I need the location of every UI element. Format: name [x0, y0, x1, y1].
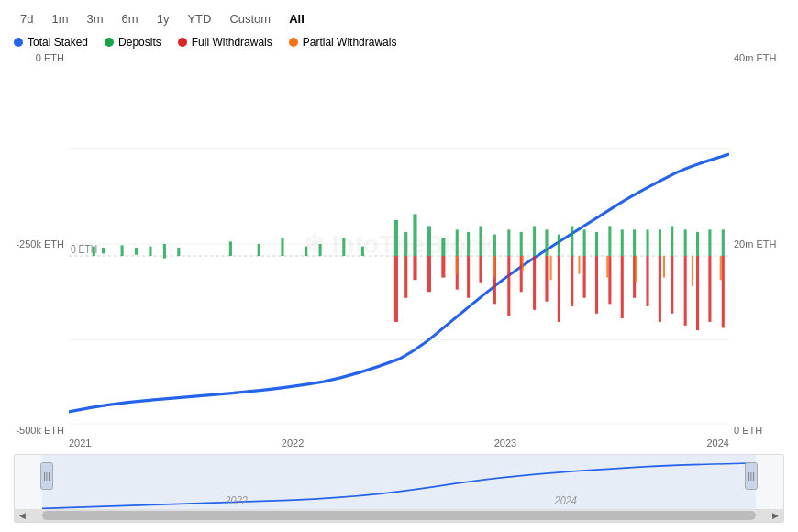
legend-dot-total-staked [14, 38, 23, 47]
scroll-handle-right[interactable]: ||| [745, 462, 758, 490]
legend-dot-partial-withdrawals [289, 38, 298, 47]
svg-rect-7 [102, 248, 105, 254]
time-btn-7d[interactable]: 7d [14, 9, 39, 28]
svg-rect-9 [135, 248, 138, 255]
svg-rect-59 [545, 256, 548, 302]
svg-rect-34 [571, 226, 573, 256]
y-axis-right-label: 40m ETH [734, 52, 776, 63]
x-axis-label: 2021 [69, 438, 91, 449]
svg-rect-29 [507, 229, 510, 256]
svg-rect-39 [633, 229, 636, 256]
svg-rect-56 [507, 256, 510, 316]
legend-label-full-withdrawals: Full Withdrawals [192, 36, 272, 49]
watermark-text: IntoTheBlock [332, 229, 494, 259]
svg-rect-12 [177, 248, 180, 256]
svg-rect-62 [583, 256, 586, 298]
legend-dot-full-withdrawals [178, 38, 187, 47]
legend-label-partial-withdrawals: Partial Withdrawals [303, 36, 397, 49]
svg-rect-72 [708, 256, 711, 322]
scroll-left-arrow[interactable]: ◀ [19, 511, 26, 520]
svg-rect-54 [479, 256, 482, 283]
legend-label-deposits: Deposits [118, 36, 161, 49]
svg-rect-78 [578, 256, 580, 274]
svg-rect-30 [520, 232, 523, 256]
svg-rect-6 [93, 247, 95, 256]
svg-rect-44 [696, 232, 699, 256]
legend-dot-deposits [105, 38, 114, 47]
svg-rect-71 [696, 256, 699, 330]
time-btn-6m[interactable]: 6m [116, 9, 145, 28]
time-btn-ytd[interactable]: YTD [181, 9, 217, 28]
svg-rect-53 [467, 256, 470, 298]
svg-rect-58 [533, 256, 536, 310]
chart-inner[interactable]: ❄ IntoTheBlock 0 ETH [69, 52, 729, 436]
time-btn-3m[interactable]: 3m [81, 9, 110, 28]
svg-rect-38 [621, 229, 624, 256]
time-btn-1m[interactable]: 1m [45, 9, 74, 28]
x-axis: 2021202220232024 [14, 436, 784, 450]
svg-text:2022: 2022 [225, 493, 249, 506]
svg-rect-50 [427, 256, 431, 292]
svg-rect-37 [608, 226, 611, 256]
svg-rect-51 [441, 256, 445, 278]
legend-item-total-staked: Total Staked [14, 36, 88, 49]
svg-rect-40 [646, 229, 648, 256]
svg-rect-8 [121, 245, 124, 256]
svg-rect-13 [229, 241, 232, 256]
svg-rect-10 [149, 247, 151, 256]
svg-rect-47 [394, 256, 398, 322]
y-axis-right-label: 0 ETH [734, 425, 762, 436]
y-axis-left-label: -250k ETH [16, 238, 64, 249]
svg-rect-11 [163, 244, 166, 259]
scrollbar-thumb[interactable] [42, 511, 756, 520]
legend-label-total-staked: Total Staked [28, 36, 88, 49]
legend-item-partial-withdrawals: Partial Withdrawals [289, 36, 397, 49]
svg-rect-61 [571, 256, 573, 306]
svg-rect-77 [550, 256, 552, 280]
svg-rect-14 [258, 244, 260, 256]
svg-rect-75 [493, 256, 495, 278]
legend: Total StakedDepositsFull WithdrawalsPart… [14, 36, 784, 49]
watermark: ❄ IntoTheBlock [304, 229, 494, 260]
svg-rect-36 [595, 232, 598, 256]
svg-rect-65 [621, 256, 624, 318]
time-btn-1y[interactable]: 1y [150, 9, 176, 28]
svg-rect-49 [413, 256, 416, 280]
time-btn-all[interactable]: All [283, 9, 311, 28]
svg-rect-32 [545, 229, 548, 256]
legend-item-full-withdrawals: Full Withdrawals [178, 36, 272, 49]
scroll-handle-left[interactable]: ||| [40, 462, 53, 490]
time-btn-custom[interactable]: Custom [223, 9, 277, 28]
mini-chart-area[interactable]: 2022 2024 ||| ||| ◀ ▶ [14, 454, 784, 523]
svg-rect-41 [659, 229, 661, 256]
scroll-right-arrow[interactable]: ▶ [772, 511, 779, 520]
y-axis-left-label: 0 ETH [36, 52, 64, 63]
mini-chart-inner: 2022 2024 ||| ||| ◀ ▶ [15, 455, 783, 522]
svg-rect-35 [583, 229, 586, 256]
legend-item-deposits: Deposits [105, 36, 161, 49]
svg-rect-73 [722, 256, 725, 327]
y-axis-left-label: -500k ETH [16, 425, 64, 436]
y-axis-right: 40m ETH20m ETH0 ETH [729, 52, 784, 436]
svg-rect-83 [720, 256, 722, 280]
svg-rect-45 [708, 229, 711, 256]
x-axis-label: 2024 [706, 438, 728, 449]
svg-rect-46 [722, 229, 725, 256]
svg-rect-60 [558, 256, 560, 322]
svg-rect-80 [635, 256, 637, 283]
scrollbar-track[interactable]: ◀ ▶ [15, 509, 783, 522]
svg-rect-69 [671, 256, 673, 314]
svg-rect-64 [608, 256, 611, 304]
time-controls: 7d1m3m6m1yYTDCustomAll [14, 9, 784, 28]
x-axis-label: 2023 [494, 438, 516, 449]
chart-area: 0 ETH-250k ETH-500k ETH ❄ IntoTheBlock 0… [14, 52, 784, 436]
watermark-snowflake: ❄ [304, 229, 325, 260]
svg-rect-31 [533, 226, 536, 256]
y-axis-left: 0 ETH-250k ETH-500k ETH [14, 52, 69, 436]
svg-rect-33 [558, 235, 560, 257]
svg-rect-43 [684, 229, 687, 256]
x-axis-label: 2022 [282, 438, 304, 449]
svg-rect-67 [646, 256, 648, 306]
svg-rect-42 [671, 226, 673, 256]
svg-rect-76 [522, 256, 524, 271]
